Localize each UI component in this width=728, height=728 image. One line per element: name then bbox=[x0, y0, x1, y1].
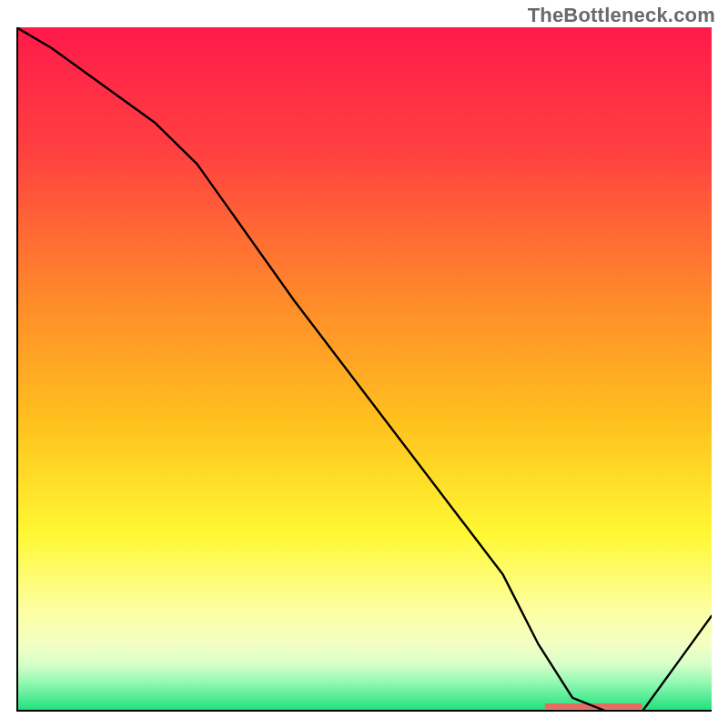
bottleneck-chart bbox=[16, 27, 712, 712]
chart-container: TheBottleneck.com bbox=[0, 0, 728, 728]
watermark-text: TheBottleneck.com bbox=[528, 4, 715, 27]
gradient-fill bbox=[16, 27, 712, 712]
plot-frame bbox=[16, 27, 712, 712]
